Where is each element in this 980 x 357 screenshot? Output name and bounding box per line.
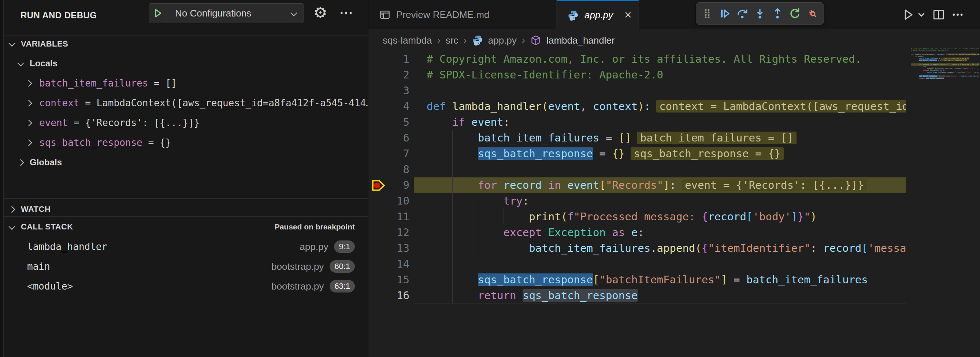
debug-step-out-button[interactable] [769,5,786,22]
chevron-right-icon [26,140,31,145]
line-number[interactable]: 2 [368,67,409,83]
variable-value: {'Records': [{...}]} [85,117,200,128]
frame-function: main [27,261,50,272]
debug-restart-button[interactable] [787,5,803,22]
chevron-right-icon [26,121,31,125]
variable-row[interactable]: event = {'Records': [{...}]} [4,114,368,131]
code-line-text[interactable]: batch_item_failures = []batch_item_failu… [426,130,906,146]
line-background [414,162,906,177]
variable-name: event [39,117,68,128]
code-line-text[interactable]: sqs_batch_response["batchItemFailures"] … [426,272,906,288]
minimap[interactable]: # Copyright Amazon.com, Inc. or its affi… [911,48,979,79]
gripper-button[interactable] [699,5,715,22]
code-line-text[interactable]: return sqs_batch_response [426,288,906,303]
breadcrumb-item[interactable]: lambda_handler [546,35,614,46]
frame-position-badge: 60:1 [329,260,355,273]
code-line-text[interactable]: # Copyright Amazon.com, Inc. or its affi… [426,51,906,67]
line-number[interactable]: 4 [368,99,409,114]
line-number[interactable]: 16 [368,288,409,303]
chevron-right-icon [26,81,31,86]
line-number[interactable]: 7 [368,146,409,162]
line-number[interactable]: 14 [368,256,409,272]
code-line: 1# Copyright Amazon.com, Inc. or its aff… [368,51,980,67]
variable-row[interactable]: sqs_batch_response = {} [4,134,368,151]
line-number[interactable]: 11 [368,209,409,225]
locals-scope-row[interactable]: Locals [4,55,368,72]
code-line-text[interactable]: sqs_batch_response = {}sqs_batch_respons… [426,146,906,162]
variable-name: context [39,97,80,108]
variable-name: batch_item_failures [39,78,148,89]
variable-row[interactable]: batch_item_failures = [] [4,75,368,92]
call-stack-frame[interactable]: mainbootstrap.py60:1 [4,258,368,275]
run-and-debug-sidebar: RUN AND DEBUG No Configurations ⚙ ··· VA… [4,0,368,357]
minimap-line: batch_item_failures.append({"itemIdentif… [911,72,979,73]
watch-section-header[interactable]: WATCH [4,201,368,218]
code-line: 11 print(f"Processed message: {record['b… [368,209,980,225]
line-number[interactable]: 8 [368,162,409,177]
tab-label: Preview README.md [396,9,489,21]
code-line-text[interactable]: except Exception as e: [426,225,906,241]
code-line-text[interactable]: print(f"Processed message: {record['body… [426,209,906,225]
preview-icon [379,9,390,20]
tab-preview-readme[interactable]: Preview README.md [368,0,557,29]
code-line-text[interactable]: try: [426,193,906,209]
line-number[interactable]: 1 [368,51,409,67]
run-button[interactable] [902,8,915,21]
breadcrumb-item[interactable]: sqs-lambda [383,35,432,46]
variable-value: LambdaContext([aws_request_id=a8fa412f-a… [97,97,368,108]
activity-bar-edge [0,0,4,357]
call-stack-section-header[interactable]: CALL STACK Paused on breakpoint [4,218,368,235]
line-number[interactable]: 15 [368,272,409,288]
code-line-text[interactable]: if event: [426,114,906,130]
line-number[interactable]: 12 [368,225,409,241]
code-area: 1# Copyright Amazon.com, Inc. or its aff… [368,51,980,303]
code-line-text[interactable]: # SPDX-License-Identifier: Apache-2.0 [426,67,906,83]
configuration-label: No Configurations [175,8,291,19]
line-number[interactable]: 6 [368,130,409,146]
frame-file: app.py [299,241,328,253]
more-actions-icon[interactable]: ··· [340,3,353,23]
close-icon[interactable]: ✕ [624,10,632,21]
debug-toolbar [696,2,824,25]
variable-row[interactable]: context = LambdaContext([aws_request_id=… [4,94,368,112]
tab-app-py[interactable]: app.py ✕ [557,0,639,29]
code-line: 5 if event: [368,114,980,130]
gear-icon[interactable]: ⚙ [313,3,328,23]
debug-step-over-button[interactable] [734,5,750,22]
code-line: 13 batch_item_failures.append({"itemIden… [368,241,980,256]
code-line: 8 [368,162,980,177]
debug-configuration-dropdown[interactable]: No Configurations [149,3,304,23]
start-debug-icon[interactable] [149,4,167,23]
variables-section-header[interactable]: VARIABLES [4,35,368,52]
pause-status-badge: Paused on breakpoint [275,223,355,231]
split-editor-button[interactable] [932,8,945,21]
debug-step-into-button[interactable] [752,5,768,22]
debug-disconnect-button[interactable] [805,5,821,22]
globals-scope-row[interactable]: Globals [4,154,368,171]
python-icon [472,35,483,46]
frame-file: bootstrap.py [271,281,324,292]
line-number[interactable]: 5 [368,114,409,130]
code-line-text[interactable]: for record in event["Records"]:event = {… [426,177,906,193]
ellipsis-button[interactable] [951,8,964,21]
code-line-text[interactable]: def lambda_handler(event, context):conte… [426,99,906,114]
debug-continue-button[interactable] [717,5,733,22]
debug-inline-value: event = {'Records': [{...}]} [682,179,867,191]
tab-label: app.py [584,10,613,21]
line-number[interactable]: 13 [368,241,409,256]
call-stack-frame[interactable]: <module>bootstrap.py63:1 [4,278,368,295]
frame-function: <module> [27,281,73,292]
frame-position-badge: 9:1 [334,241,355,253]
line-number[interactable]: 3 [368,83,409,99]
call-stack-frame[interactable]: lambda_handlerapp.py9:1 [4,238,368,255]
section-divider [4,198,368,199]
breadcrumb: sqs-lambda › src › app.py › lambda_handl… [383,32,615,49]
line-number[interactable]: 10 [368,193,409,209]
chevron-down-button[interactable] [917,10,926,19]
debug-inline-value: context = LambdaContext([aws_request_id=… [656,100,906,113]
variable-value: [] [165,78,177,89]
line-number[interactable]: 9 [368,177,409,193]
code-line-text[interactable]: batch_item_failures.append({"itemIdentif… [426,241,906,256]
breadcrumb-item[interactable]: app.py [488,35,517,46]
breadcrumb-item[interactable]: src [446,35,458,46]
